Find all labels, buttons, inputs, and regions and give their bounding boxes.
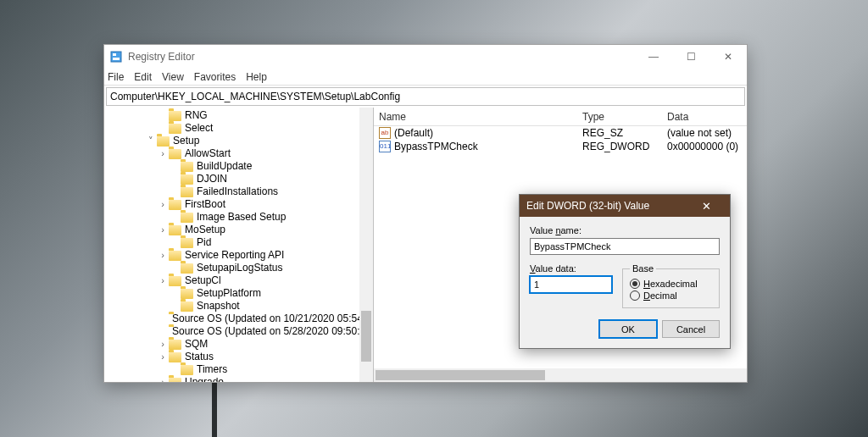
tree-item[interactable]: ›FirstBoot: [104, 198, 373, 211]
tree-item-label: SetupapiLogStatus: [197, 262, 282, 274]
folder-icon: [181, 174, 193, 185]
tree-item[interactable]: RNG: [104, 109, 373, 122]
folder-icon: [169, 111, 181, 121]
svg-rect-1: [113, 53, 116, 56]
tree-item-label: Source OS (Updated on 5/28/2020 09:50:15…: [172, 325, 374, 338]
chevron-down-icon[interactable]: ˅: [145, 135, 157, 147]
address-bar[interactable]: Computer\HKEY_LOCAL_MACHINE\SYSTEM\Setup…: [106, 87, 745, 106]
folder-icon: [169, 200, 181, 210]
radio-hexadecimal[interactable]: Hexadecimal: [630, 279, 712, 289]
tree-pane: RNGSelect˅Setup›AllowStartBuildUpdateDJO…: [104, 108, 374, 382]
folder-icon: [181, 301, 193, 312]
tree-item[interactable]: ›SetupCl: [104, 274, 373, 287]
cancel-button[interactable]: Cancel: [662, 320, 720, 338]
menu-file[interactable]: File: [108, 71, 124, 83]
folder-icon: [181, 365, 193, 375]
ok-button[interactable]: OK: [599, 320, 657, 338]
folder-icon: [181, 187, 193, 197]
tree-item[interactable]: DJOIN: [104, 173, 373, 185]
tree-scrollbar[interactable]: [359, 108, 373, 382]
dialog-titlebar[interactable]: Edit DWORD (32-bit) Value ✕: [520, 195, 730, 217]
menu-view[interactable]: View: [162, 71, 184, 83]
column-name[interactable]: Name: [374, 111, 577, 123]
dialog-title: Edit DWORD (32-bit) Value: [526, 200, 649, 212]
folder-icon: [169, 340, 181, 350]
folder-icon: [169, 149, 181, 159]
tree-item[interactable]: SetupapiLogStatus: [104, 262, 373, 274]
chevron-right-icon[interactable]: ›: [157, 338, 169, 351]
menu-edit[interactable]: Edit: [134, 71, 152, 83]
tree-item[interactable]: FailedInstallations: [104, 185, 373, 198]
folder-icon: [169, 124, 181, 134]
value-name-label: Value name:: [530, 225, 720, 235]
tree-item[interactable]: ›AllowStart: [104, 147, 373, 160]
tree-item-label: AllowStart: [185, 147, 231, 160]
column-type[interactable]: Type: [577, 111, 662, 123]
chevron-right-icon[interactable]: ›: [157, 274, 169, 287]
dialog-close-button[interactable]: ✕: [689, 200, 723, 213]
tree-item-label: Image Based Setup: [197, 211, 286, 224]
tree-item[interactable]: ›Service Reporting API: [104, 249, 373, 262]
close-button[interactable]: ✕: [709, 45, 747, 69]
chevron-right-icon[interactable]: ›: [157, 224, 169, 236]
tree-item-label: DJOIN: [197, 173, 227, 185]
folder-icon: [181, 213, 193, 223]
menu-favorites[interactable]: Favorites: [194, 71, 236, 83]
folder-icon: [181, 289, 193, 299]
svg-rect-0: [111, 52, 121, 62]
chevron-right-icon[interactable]: ›: [157, 376, 169, 382]
tree-item[interactable]: Select: [104, 122, 373, 135]
titlebar[interactable]: Registry Editor — ☐ ✕: [104, 45, 747, 69]
folder-icon: [181, 263, 193, 274]
tree-item[interactable]: ›Status: [104, 351, 373, 363]
tree-item[interactable]: ˅Setup: [104, 135, 373, 147]
list-row[interactable]: ab(Default)REG_SZ(value not set): [374, 126, 747, 140]
tree-item-label: RNG: [185, 109, 208, 122]
folder-icon: [181, 162, 193, 172]
chevron-right-icon[interactable]: ›: [157, 249, 169, 262]
tree-item[interactable]: Source OS (Updated on 5/28/2020 09:50:15…: [104, 325, 373, 338]
tree-item[interactable]: ›Upgrade: [104, 376, 373, 382]
tree-item-label: FirstBoot: [185, 198, 225, 211]
tree-item-label: Service Reporting API: [185, 249, 284, 262]
tree-item[interactable]: Image Based Setup: [104, 211, 373, 224]
value-data: (value not set): [662, 127, 747, 139]
maximize-button[interactable]: ☐: [672, 45, 709, 69]
tree-item[interactable]: Source OS (Updated on 10/21/2020 05:54:5…: [104, 313, 373, 325]
tree-item[interactable]: Pid: [104, 236, 373, 249]
chevron-right-icon[interactable]: ›: [157, 198, 169, 211]
folder-icon: [169, 378, 181, 383]
list-row[interactable]: 011BypassTPMCheckREG_DWORD0x00000000 (0): [374, 140, 747, 153]
value-data-input[interactable]: [530, 276, 612, 293]
address-path: Computer\HKEY_LOCAL_MACHINE\SYSTEM\Setup…: [110, 91, 400, 102]
chevron-right-icon[interactable]: ›: [157, 147, 169, 160]
radio-decimal[interactable]: Decimal: [630, 290, 712, 301]
tree-item[interactable]: ›SQM: [104, 338, 373, 351]
chevron-right-icon[interactable]: ›: [157, 351, 169, 363]
value-name: BypassTPMCheck: [394, 141, 478, 152]
value-name: (Default): [394, 127, 433, 139]
tree-item[interactable]: SetupPlatform: [104, 287, 373, 300]
list-hscrollbar[interactable]: [374, 368, 747, 382]
folder-icon: [181, 238, 193, 248]
minimize-button[interactable]: —: [635, 45, 672, 69]
value-data-label: Value data:: [530, 263, 612, 274]
value-name-input[interactable]: [530, 238, 720, 255]
tree-item[interactable]: Timers: [104, 363, 373, 376]
tree-item[interactable]: Snapshot: [104, 300, 373, 313]
value-data: 0x00000000 (0): [662, 141, 747, 152]
menu-help[interactable]: Help: [246, 71, 267, 83]
tree-item-label: Status: [185, 351, 214, 363]
column-data[interactable]: Data: [662, 111, 747, 123]
folder-icon: [169, 225, 181, 235]
tree-item-label: SetupCl: [185, 274, 221, 287]
tree-item[interactable]: ›MoSetup: [104, 224, 373, 236]
window-title: Registry Editor: [128, 51, 635, 63]
tree-item[interactable]: BuildUpdate: [104, 160, 373, 173]
tree-item-label: FailedInstallations: [197, 185, 278, 198]
folder-icon: [169, 276, 181, 286]
menubar: File Edit View Favorites Help: [104, 69, 747, 86]
string-value-icon: ab: [379, 127, 391, 139]
list-header: Name Type Data: [374, 108, 747, 126]
binary-value-icon: 011: [379, 141, 391, 152]
